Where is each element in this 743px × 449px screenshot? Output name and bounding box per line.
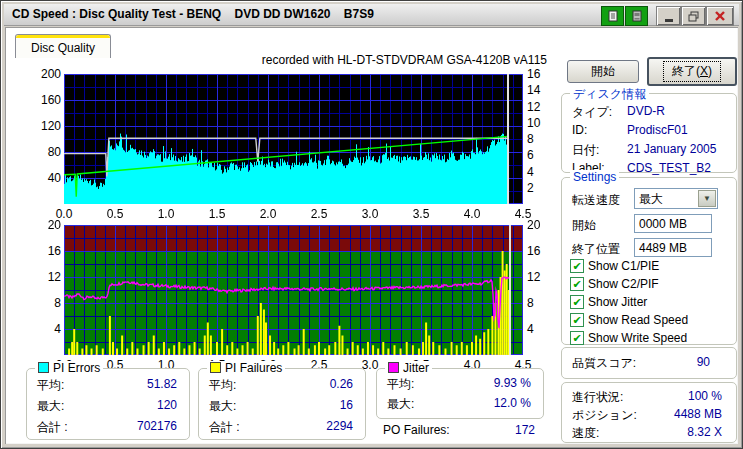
max-label: 最大: — [209, 398, 236, 415]
chart1-yright-tick: 14 — [527, 83, 551, 97]
chart2-yleft-tick: 20 — [31, 218, 61, 232]
checkbox-row-show-jitter[interactable]: ✔Show Jitter — [570, 295, 647, 309]
progress-value-1: 4488 MB — [674, 407, 722, 421]
device-icon — [631, 10, 643, 22]
start-position-field[interactable]: 0000 MB — [634, 214, 712, 233]
chart1-yright-tick: 2 — [527, 181, 551, 195]
restore-icon — [688, 11, 699, 22]
pi-errors-max-value: 120 — [157, 398, 177, 412]
settings-title: Settings — [570, 170, 619, 184]
transfer-speed-value: 最大 — [639, 192, 663, 206]
progress-value-0: 100 % — [688, 389, 722, 403]
progress-label-1: ポジション: — [572, 407, 637, 424]
chart2-yright-tick: 16 — [527, 244, 551, 258]
pi-failures-legend-box: PI Failures 平均: 0.26 最大: 16 合計 : 2294 — [198, 368, 366, 440]
tab-highlight — [16, 35, 110, 38]
settings-box: Settings 転送速度 最大 ▼ 開始 0000 MB 終了位置 4489 … — [561, 177, 737, 345]
chevron-down-icon[interactable]: ▼ — [698, 190, 716, 207]
chart1-yleft-tick: 160 — [31, 93, 61, 107]
chart2-yleft-tick: 4 — [31, 322, 61, 336]
start-button[interactable]: 開始 — [567, 60, 639, 83]
chart1-yleft-tick: 200 — [31, 67, 61, 81]
jitter-legend-title: Jitter — [385, 361, 432, 375]
disc-info-label-2: 日付: — [572, 142, 599, 159]
pi-errors-legend-box: PI Errors 平均: 51.82 最大: 120 合計 : 702176 — [26, 368, 190, 440]
tab-label: Disc Quality — [16, 41, 110, 55]
pi-errors-swatch-icon — [38, 362, 49, 373]
quality-score-box: 品質スコア: 90 — [561, 347, 737, 379]
disc-info-label-0: タイプ: — [572, 104, 612, 121]
start-button-label: 開始 — [591, 63, 615, 80]
minimize-button[interactable] — [656, 6, 681, 26]
quality-score-value: 90 — [697, 355, 710, 369]
pi-errors-avg-value: 51.82 — [147, 377, 177, 391]
recorded-with-text: recorded with HL-DT-STDVDRAM GSA-4120B v… — [251, 53, 547, 67]
minimize-icon — [665, 19, 673, 22]
chart1-yright-tick: 10 — [527, 116, 551, 130]
chart1-yright-tick: 12 — [527, 100, 551, 114]
checkbox-row-show-read-speed[interactable]: ✔Show Read Speed — [570, 313, 688, 327]
chart1-x-tick: 3.5 — [406, 207, 436, 221]
close-button[interactable] — [706, 6, 734, 26]
start-position-label: 開始 — [572, 217, 596, 234]
avg-label: 平均: — [209, 377, 236, 394]
disc-info-value-0: DVD-R — [627, 104, 665, 118]
po-failures-label: PO Failures: — [383, 423, 450, 437]
progress-value-2: 8.32 X — [687, 425, 722, 439]
pi-failures-swatch-icon — [210, 362, 221, 373]
end-position-field[interactable]: 4489 MB — [634, 238, 712, 257]
chart1-yleft-tick: 120 — [31, 119, 61, 133]
checkbox-icon[interactable]: ✔ — [570, 313, 584, 327]
report-icon[interactable] — [601, 6, 624, 26]
checkbox-label: Show Jitter — [588, 295, 647, 309]
max-label: 最大: — [37, 398, 64, 415]
pi-failures-max-value: 16 — [340, 398, 353, 412]
pi-failures-total-value: 2294 — [326, 419, 353, 433]
disc-info-value-1: ProdiscF01 — [627, 123, 688, 137]
po-failures-value: 172 — [465, 423, 535, 437]
pi-failures-legend-title: PI Failures — [207, 361, 285, 375]
checkbox-label: Show C2/PIF — [588, 277, 659, 291]
avg-label: 平均: — [387, 376, 414, 393]
checkbox-icon[interactable]: ✔ — [570, 259, 584, 273]
tab-disc-quality[interactable]: Disc Quality — [15, 34, 111, 58]
chart2-yleft-tick: 12 — [31, 270, 61, 284]
transfer-speed-label: 転送速度 — [572, 192, 620, 209]
chart1-x-tick: 3.0 — [355, 207, 385, 221]
pi-errors-total-value: 702176 — [137, 419, 177, 433]
transfer-speed-combo[interactable]: 最大 ▼ — [634, 188, 718, 209]
disc-info-label-1: ID: — [572, 123, 587, 137]
client-area: Disc Quality recorded with HL-DT-STDVDRA… — [5, 27, 738, 444]
chart1-x-tick: 0.5 — [100, 207, 130, 221]
checkbox-row-show-c2-pif[interactable]: ✔Show C2/PIF — [570, 277, 659, 291]
disc-info-value-2: 21 January 2005 — [627, 142, 716, 156]
checkbox-label: Show C1/PIE — [588, 259, 659, 273]
checkbox-icon[interactable]: ✔ — [570, 295, 584, 309]
title-bar[interactable]: CD Speed : Disc Quality Test - BENQ DVD … — [4, 4, 739, 26]
checkbox-row-show-write-speed[interactable]: ✔Show Write Speed — [570, 331, 687, 345]
drive-icon[interactable] — [625, 6, 648, 26]
disc-info-title: ディスク情報 — [570, 86, 649, 103]
checkbox-icon[interactable]: ✔ — [570, 277, 584, 291]
chart2-yright-tick: 20 — [527, 218, 551, 232]
maximize-button[interactable] — [681, 6, 706, 26]
jitter-swatch-icon — [388, 362, 399, 373]
chart1-x-tick: 4.0 — [457, 207, 487, 221]
total-label: 合計 : — [37, 419, 68, 436]
pi-errors-legend-title: PI Errors — [35, 361, 103, 375]
checkbox-icon[interactable]: ✔ — [570, 331, 584, 345]
checkbox-row-show-c1-pie[interactable]: ✔Show C1/PIE — [570, 259, 659, 273]
progress-label-2: 速度: — [572, 425, 599, 442]
app-window: CD Speed : Disc Quality Test - BENQ DVD … — [0, 0, 743, 449]
disc-info-box: ディスク情報 タイプ:DVD-RID:ProdiscF01日付:21 Janua… — [561, 93, 737, 173]
exit-button-label: 終了(X) — [663, 61, 721, 82]
chart1-yright-tick: 6 — [527, 148, 551, 162]
pi-failures-avg-value: 0.26 — [330, 377, 353, 391]
chart1-x-tick: 1.5 — [202, 207, 232, 221]
pi-failures-jitter-chart-canvas — [64, 225, 523, 355]
chart2-yleft-tick: 16 — [31, 244, 61, 258]
disc-info-value-3: CDS_TEST_B2 — [627, 161, 711, 175]
exit-button[interactable]: 終了(X) — [647, 57, 737, 86]
progress-label-0: 進行状況: — [572, 389, 623, 406]
jitter-max-value: 12.0 % — [494, 396, 531, 410]
